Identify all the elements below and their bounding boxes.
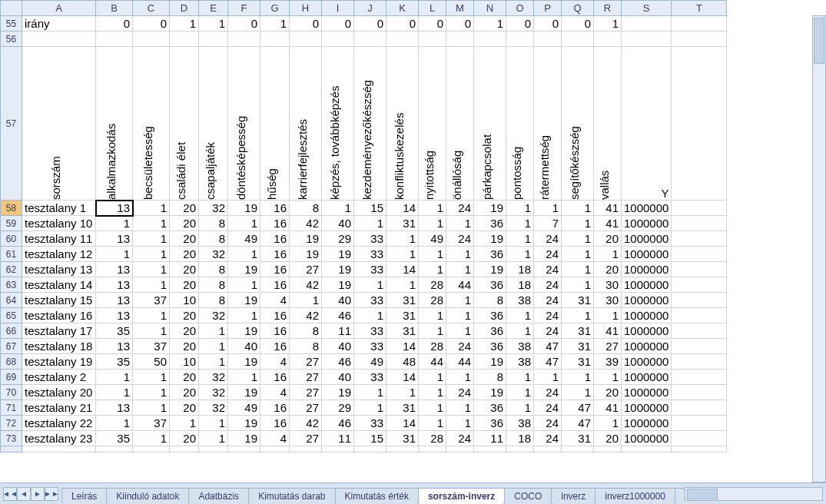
cell[interactable]: 31 [386, 400, 419, 416]
sheet-tab[interactable]: Kimutatás érték [335, 488, 419, 504]
cell[interactable]: 27 [290, 385, 322, 400]
cell[interactable]: 1 [419, 323, 446, 339]
cell[interactable]: 1 [354, 277, 386, 293]
cell[interactable]: 19 [474, 201, 506, 216]
cell[interactable]: 1 [506, 370, 534, 385]
cell[interactable]: 19 [228, 431, 260, 446]
cell[interactable]: 1 [133, 323, 170, 339]
hscroll-thumb[interactable] [687, 489, 718, 499]
column-header[interactable]: B [96, 1, 133, 16]
cell[interactable]: 1 [133, 247, 170, 262]
cell[interactable]: 4 [260, 431, 290, 446]
cell[interactable]: 30 [594, 277, 622, 293]
cell[interactable]: 40 [322, 216, 354, 231]
cell[interactable]: 1 [228, 247, 260, 262]
cell[interactable]: 19 [228, 354, 260, 370]
cell[interactable]: 1 [446, 416, 474, 431]
row-header[interactable]: 55 [1, 16, 22, 32]
cell[interactable]: 19 [322, 247, 354, 262]
cell[interactable]: 1 [562, 385, 594, 400]
column-header[interactable]: Q [562, 1, 594, 16]
sheet-tab[interactable]: COCO [504, 488, 552, 504]
cell[interactable]: 1 [506, 385, 534, 400]
cell[interactable]: 1000000 [622, 262, 672, 277]
cell[interactable]: 29 [322, 400, 354, 416]
cell[interactable]: 24 [446, 339, 474, 354]
row-header[interactable]: 62 [1, 262, 22, 277]
cell[interactable]: 1 [594, 16, 622, 32]
cell[interactable]: 4 [260, 354, 290, 370]
cell[interactable]: 1 [506, 400, 534, 416]
cell[interactable]: 1 [419, 216, 446, 231]
cell[interactable]: 0 [133, 16, 170, 32]
column-header[interactable]: M [446, 1, 474, 16]
cell[interactable]: 16 [260, 277, 290, 293]
cell[interactable]: 1 [199, 323, 228, 339]
cell[interactable]: 1 [446, 370, 474, 385]
cell[interactable]: 16 [260, 416, 290, 431]
cell[interactable]: 13 [96, 339, 133, 354]
column-header[interactable]: F [228, 1, 260, 16]
cell[interactable]: 1 [133, 216, 170, 231]
cell[interactable]: 36 [474, 216, 506, 231]
cell[interactable]: 16 [260, 400, 290, 416]
cell[interactable]: 16 [260, 339, 290, 354]
cell[interactable]: 13 [96, 400, 133, 416]
column-header[interactable]: H [290, 1, 322, 16]
cell[interactable]: 1 [133, 277, 170, 293]
cell[interactable]: 49 [228, 231, 260, 247]
cell[interactable]: 36 [474, 416, 506, 431]
cell[interactable]: 31 [562, 339, 594, 354]
cell[interactable]: 32 [199, 308, 228, 323]
cell[interactable]: 32 [199, 385, 228, 400]
cell[interactable]: 27 [290, 431, 322, 446]
cell[interactable]: 1 [594, 247, 622, 262]
row-header[interactable]: 60 [1, 231, 22, 247]
cell[interactable]: 10 [170, 293, 199, 308]
cell[interactable]: 19 [474, 385, 506, 400]
cell[interactable]: 41 [594, 216, 622, 231]
cell[interactable]: 1000000 [622, 201, 672, 216]
cell[interactable]: tesztalany 19 [22, 354, 96, 370]
cell[interactable]: 1 [419, 247, 446, 262]
cell[interactable]: 31 [386, 308, 419, 323]
cell[interactable]: 13 [96, 293, 133, 308]
cell[interactable]: tesztalany 16 [22, 308, 96, 323]
cell[interactable]: 49 [419, 231, 446, 247]
cell[interactable]: 0 [290, 16, 322, 32]
cell[interactable]: 0 [534, 16, 562, 32]
column-label[interactable]: nyitottság [419, 47, 446, 201]
cell[interactable]: 20 [170, 370, 199, 385]
cell[interactable]: 33 [354, 323, 386, 339]
horizontal-scrollbar[interactable] [685, 487, 823, 501]
cell[interactable]: 1 [96, 247, 133, 262]
cell[interactable]: 31 [562, 431, 594, 446]
cell[interactable]: 1 [386, 231, 419, 247]
cell[interactable]: 8 [290, 201, 322, 216]
column-label[interactable]: családi élet [170, 47, 199, 201]
cell[interactable]: 20 [170, 431, 199, 446]
cell[interactable]: 8 [474, 370, 506, 385]
cell[interactable]: tesztalany 23 [22, 431, 96, 446]
cell[interactable]: tesztalany 15 [22, 293, 96, 308]
cell[interactable]: 1 [133, 231, 170, 247]
cell[interactable]: 16 [260, 370, 290, 385]
cell[interactable]: 4 [260, 293, 290, 308]
cell[interactable]: 24 [534, 323, 562, 339]
column-header[interactable]: K [386, 1, 419, 16]
cell[interactable]: 46 [322, 416, 354, 431]
cell[interactable]: 1 [534, 370, 562, 385]
tab-nav-last-icon[interactable]: ►► [45, 487, 58, 501]
cell[interactable]: 36 [474, 339, 506, 354]
cell[interactable]: 8 [474, 293, 506, 308]
cell[interactable]: 20 [594, 231, 622, 247]
cell[interactable]: 24 [534, 247, 562, 262]
cell[interactable]: 44 [419, 354, 446, 370]
cell[interactable]: 20 [170, 339, 199, 354]
cell[interactable]: 8 [199, 293, 228, 308]
cell[interactable]: 36 [474, 308, 506, 323]
cell[interactable]: 1 [133, 400, 170, 416]
cell[interactable]: 20 [170, 323, 199, 339]
cell[interactable]: 1000000 [622, 231, 672, 247]
cell[interactable]: 24 [534, 385, 562, 400]
